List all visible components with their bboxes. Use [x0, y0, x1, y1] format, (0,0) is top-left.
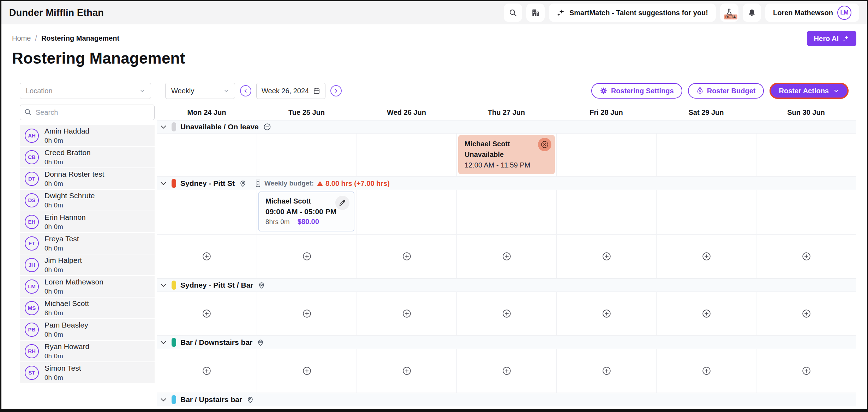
staff-search	[20, 105, 155, 120]
location-pin-icon[interactable]	[246, 396, 254, 404]
period-select[interactable]: Weekly	[165, 83, 235, 99]
add-shift-cell[interactable]	[656, 292, 756, 335]
person-row[interactable]: STSimon Test0h 0m	[20, 362, 155, 383]
person-hours: 0h 0m	[44, 352, 89, 360]
roster-actions-button[interactable]: Roster Actions	[770, 83, 849, 99]
breadcrumb: Home / Rostering Management	[12, 24, 856, 42]
user-avatar: LM	[837, 6, 851, 20]
x-circle-icon	[540, 140, 549, 149]
person-name: Erin Hannon	[44, 213, 86, 222]
collapse-chevron-icon[interactable]	[160, 339, 167, 346]
rostering-settings-button[interactable]: Rostering Settings	[591, 83, 682, 99]
person-row[interactable]: RHRyan Howard0h 0m	[20, 341, 155, 361]
person-row[interactable]: JHJim Halpert0h 0m	[20, 254, 155, 275]
collapse-chevron-icon[interactable]	[160, 123, 167, 131]
shift-card[interactable]: Michael Scott 09:00 AM - 05:00 PM 8hrs 0…	[258, 192, 354, 231]
location-pin-icon[interactable]	[239, 179, 247, 187]
chevron-right-icon	[333, 88, 339, 94]
add-shift-cell[interactable]	[556, 292, 656, 335]
plus-circle-icon	[602, 366, 611, 376]
section-header-bar-upstairs: Bar / Upstairs bar	[157, 393, 856, 406]
notifications-button[interactable]	[743, 4, 761, 22]
staff-search-input[interactable]	[20, 105, 155, 120]
add-shift-cell[interactable]	[157, 292, 257, 335]
plus-circle-icon	[802, 252, 811, 261]
person-name: Pam Beasley	[44, 320, 88, 329]
person-row[interactable]: AHAmin Haddad0h 0m	[20, 125, 155, 146]
location-pin-icon[interactable]	[257, 339, 264, 346]
add-shift-cell[interactable]	[556, 235, 656, 278]
roster-cell	[556, 134, 656, 176]
add-shift-cell[interactable]	[357, 235, 456, 278]
add-shift-cell[interactable]	[157, 349, 257, 393]
add-shift-cell[interactable]	[357, 349, 456, 393]
organisation-button[interactable]	[526, 4, 545, 22]
search-icon	[24, 108, 32, 116]
app-title: Dunder Mifflin Ethan	[9, 7, 104, 18]
add-shift-cell[interactable]	[556, 349, 656, 393]
remove-unavailability-button[interactable]	[538, 138, 551, 151]
shift-card-meta: 8hrs 0m $80.00	[265, 218, 347, 226]
unavailable-card-name: Michael Scott	[465, 140, 549, 148]
add-shift-cell[interactable]	[756, 235, 856, 278]
user-menu-button[interactable]: Loren Mathewson LM	[765, 4, 859, 22]
minus-circle-icon[interactable]	[263, 123, 271, 131]
person-row[interactable]: PBPam Beasley0h 0m	[20, 319, 155, 340]
roster-budget-button[interactable]: Roster Budget	[688, 83, 764, 99]
add-shift-cell[interactable]	[257, 292, 357, 335]
person-hours: 0h 0m	[44, 137, 89, 145]
collapse-chevron-icon[interactable]	[160, 179, 167, 187]
breadcrumb-home-link[interactable]: Home	[12, 34, 31, 42]
unavailable-row: Michael Scott Unavailable 12:00 AM - 11:…	[157, 134, 856, 177]
section-color-pill	[172, 122, 176, 131]
add-shift-cell[interactable]	[456, 349, 556, 393]
location-pin-icon[interactable]	[258, 281, 265, 289]
next-week-button[interactable]	[330, 85, 342, 96]
unavailable-card[interactable]: Michael Scott Unavailable 12:00 AM - 11:…	[458, 135, 555, 174]
add-shift-cell[interactable]	[756, 349, 856, 393]
person-name: Jim Halpert	[44, 256, 82, 265]
edit-shift-button[interactable]	[335, 196, 349, 210]
add-shift-row	[157, 292, 856, 336]
section-label: Unavailable / On leave	[180, 123, 259, 131]
person-row[interactable]: DSDwight Schrute0h 0m	[20, 190, 155, 211]
previous-week-button[interactable]	[240, 85, 251, 96]
person-row[interactable]: CBCreed Bratton0h 0m	[20, 147, 155, 167]
labs-button[interactable]: BETA	[720, 4, 738, 22]
person-row[interactable]: FTFreya Test0h 0m	[20, 233, 155, 254]
roster-cell	[456, 190, 556, 234]
add-shift-cell[interactable]	[656, 235, 756, 278]
person-row[interactable]: MSMichael Scott8h 0m	[20, 298, 155, 318]
add-shift-cell[interactable]	[656, 349, 756, 393]
person-row[interactable]: DTDonna Roster test0h 0m	[20, 168, 155, 189]
add-shift-cell[interactable]	[456, 235, 556, 278]
hero-ai-button[interactable]: Hero AI	[807, 31, 856, 46]
add-shift-cell[interactable]	[257, 349, 357, 393]
add-shift-cell[interactable]	[157, 235, 257, 278]
building-icon	[531, 8, 540, 17]
collapse-chevron-icon[interactable]	[160, 396, 167, 404]
staff-list: AHAmin Haddad0h 0mCBCreed Bratton0h 0mDT…	[20, 125, 155, 383]
location-select[interactable]: Location	[20, 83, 151, 99]
plus-circle-icon	[402, 366, 412, 376]
pencil-icon	[339, 199, 346, 207]
shift-card-cost: $80.00	[298, 218, 319, 226]
unavailable-card-time: 12:00 AM - 11:59 PM	[465, 161, 549, 169]
add-shift-cell[interactable]	[756, 292, 856, 335]
person-name: Simon Test	[44, 364, 81, 372]
search-button[interactable]	[504, 4, 522, 22]
add-shift-cell[interactable]	[357, 292, 456, 335]
add-shift-cell[interactable]	[257, 235, 357, 278]
chevron-down-icon	[833, 88, 839, 94]
add-shift-cell[interactable]	[456, 292, 556, 335]
add-shift-row	[157, 235, 856, 278]
day-header: Thu 27 Jun	[456, 108, 556, 117]
person-row[interactable]: LMLoren Mathewson0h 0m	[20, 276, 155, 297]
person-row[interactable]: EHErin Hannon0h 0m	[20, 211, 155, 232]
smartmatch-button[interactable]: SmartMatch - Talent suggestions for you!	[549, 4, 716, 22]
week-picker[interactable]: Week 26, 2024	[256, 83, 325, 99]
roster-cell	[656, 190, 756, 234]
plus-circle-icon	[602, 309, 611, 318]
weekly-budget-label: Weekly budget:	[264, 179, 314, 187]
collapse-chevron-icon[interactable]	[160, 281, 167, 289]
